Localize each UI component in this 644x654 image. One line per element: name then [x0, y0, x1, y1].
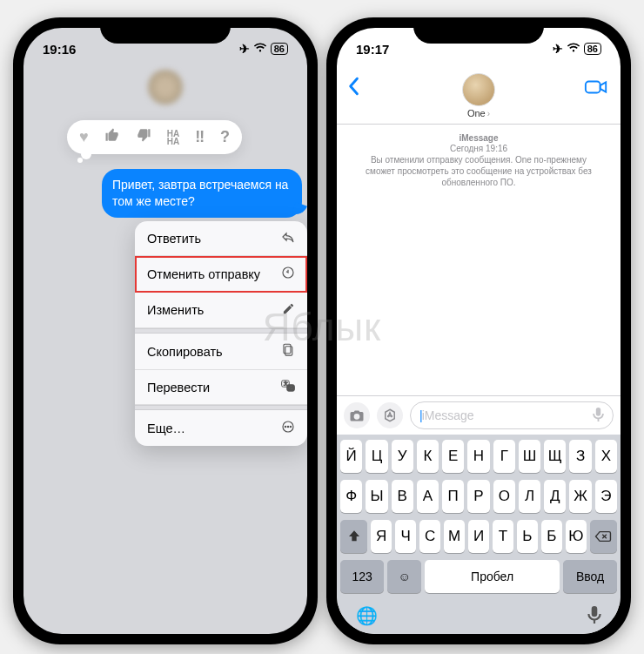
- svg-point-9: [287, 426, 288, 427]
- menu-edit[interactable]: Изменить: [135, 293, 307, 328]
- contact-avatar-blurred: [148, 70, 183, 105]
- key-globe[interactable]: 🌐: [356, 605, 378, 629]
- wifi-icon: [567, 42, 580, 56]
- context-menu: Ответить Отменить отправку Изменить: [135, 221, 307, 446]
- key-Г[interactable]: Г: [493, 440, 515, 473]
- key-Й[interactable]: Й: [340, 440, 362, 473]
- key-В[interactable]: В: [392, 480, 413, 513]
- key-Э[interactable]: Э: [595, 480, 617, 513]
- key-Ф[interactable]: Ф: [340, 480, 362, 513]
- wifi-icon: [253, 42, 267, 56]
- message-placeholder: iMessage: [422, 408, 593, 422]
- key-Ь[interactable]: Ь: [517, 520, 538, 553]
- tapback-exclaim-icon[interactable]: ‼︎: [195, 128, 205, 146]
- battery-indicator: 86: [584, 43, 601, 55]
- notch: [413, 17, 544, 44]
- key-К[interactable]: К: [417, 440, 439, 473]
- clock: 19:17: [356, 42, 389, 57]
- svg-text:文: 文: [284, 381, 288, 386]
- menu-copy[interactable]: Скопировать: [135, 334, 307, 370]
- undo-icon: [281, 266, 295, 282]
- key-123[interactable]: 123: [340, 560, 384, 593]
- menu-reply[interactable]: Ответить: [135, 221, 307, 256]
- message-input[interactable]: | iMessage: [410, 401, 614, 429]
- key-shift[interactable]: [340, 520, 367, 553]
- back-button[interactable]: [347, 77, 359, 101]
- key-Ж[interactable]: Ж: [569, 480, 591, 513]
- message-text: Привет, завтра встречаемся на том же мес…: [112, 178, 288, 208]
- tapback-thumbsdown-icon[interactable]: [136, 127, 151, 147]
- key-dictation[interactable]: [587, 605, 601, 629]
- key-Я[interactable]: Я: [371, 520, 392, 553]
- phone-left: 19:16 ✈︎ 86 ♥: [13, 17, 318, 644]
- key-Щ[interactable]: Щ: [544, 440, 566, 473]
- key-Е[interactable]: Е: [442, 440, 464, 473]
- key-М[interactable]: М: [444, 520, 465, 553]
- camera-button[interactable]: [344, 402, 370, 428]
- tapback-haha-icon[interactable]: HAHA: [167, 130, 179, 145]
- menu-undo-send[interactable]: Отменить отправку: [135, 256, 307, 293]
- svg-rect-11: [586, 81, 600, 92]
- key-Ц[interactable]: Ц: [366, 440, 387, 473]
- more-icon: [281, 420, 295, 436]
- svg-point-10: [290, 426, 291, 427]
- system-unsend-notice: Вы отменили отправку сообщения. One по-п…: [358, 154, 600, 188]
- contact-name[interactable]: One ›: [467, 108, 490, 118]
- copy-icon: [282, 343, 295, 360]
- key-Ю[interactable]: Ю: [566, 520, 587, 553]
- key-Б[interactable]: Б: [541, 520, 562, 553]
- conversation-header: One ›: [337, 70, 621, 125]
- key-Х[interactable]: Х: [595, 440, 617, 473]
- key-enter[interactable]: Ввод: [563, 560, 617, 593]
- tapback-question-icon[interactable]: ?: [220, 128, 230, 146]
- key-С[interactable]: С: [419, 520, 440, 553]
- key-И[interactable]: И: [468, 520, 489, 553]
- tapback-thumbsup-icon[interactable]: [104, 127, 120, 147]
- system-label: iMessage: [358, 133, 600, 143]
- pencil-icon: [282, 302, 295, 318]
- keyboard: ЙЦУКЕНГШЩЗХ ФЫВАПРОЛДЖЭ ЯЧСМИТЬБЮ 123 ☺ …: [337, 435, 621, 634]
- clock: 19:16: [43, 42, 76, 57]
- airplane-icon: ✈︎: [553, 42, 563, 56]
- message-input-bar: | iMessage: [337, 395, 621, 435]
- key-П[interactable]: П: [442, 480, 464, 513]
- key-Ш[interactable]: Ш: [519, 440, 540, 473]
- key-Д[interactable]: Д: [544, 480, 566, 513]
- menu-more[interactable]: Еще…: [135, 410, 307, 446]
- svg-rect-1: [285, 347, 292, 355]
- key-space[interactable]: Пробел: [425, 560, 560, 593]
- key-backspace[interactable]: [590, 520, 617, 553]
- key-Т[interactable]: Т: [493, 520, 513, 553]
- system-timestamp: Сегодня 19:16: [358, 144, 600, 153]
- mic-icon[interactable]: [593, 407, 604, 425]
- battery-indicator: 86: [271, 43, 288, 55]
- key-Ч[interactable]: Ч: [395, 520, 416, 553]
- svg-point-8: [285, 426, 285, 427]
- key-Р[interactable]: Р: [467, 480, 489, 513]
- appstore-button[interactable]: [377, 402, 403, 428]
- svg-rect-2: [284, 344, 291, 353]
- tapback-bar: ♥ HAHA ‼︎ ?: [67, 120, 242, 154]
- key-З[interactable]: З: [569, 440, 591, 473]
- translate-icon: 文A: [281, 380, 295, 394]
- tapback-heart-icon[interactable]: ♥: [79, 128, 89, 146]
- sent-message-bubble[interactable]: Привет, завтра встречаемся на том же мес…: [102, 169, 302, 218]
- facetime-button[interactable]: [584, 78, 608, 99]
- contact-avatar[interactable]: [462, 73, 495, 106]
- key-Н[interactable]: Н: [467, 440, 489, 473]
- key-А[interactable]: А: [417, 480, 439, 513]
- key-emoji[interactable]: ☺: [387, 560, 421, 593]
- menu-translate[interactable]: Перевести 文A: [135, 370, 307, 405]
- key-Ы[interactable]: Ы: [366, 480, 387, 513]
- message-thread[interactable]: iMessage Сегодня 19:16 Вы отменили отпра…: [337, 125, 621, 395]
- phone-right: 19:17 ✈︎ 86: [326, 17, 631, 644]
- key-Л[interactable]: Л: [519, 480, 540, 513]
- notch: [100, 17, 231, 44]
- key-О[interactable]: О: [493, 480, 515, 513]
- key-У[interactable]: У: [392, 440, 413, 473]
- chevron-right-icon: ›: [487, 109, 490, 118]
- reply-icon: [281, 231, 295, 246]
- airplane-icon: ✈︎: [239, 42, 250, 56]
